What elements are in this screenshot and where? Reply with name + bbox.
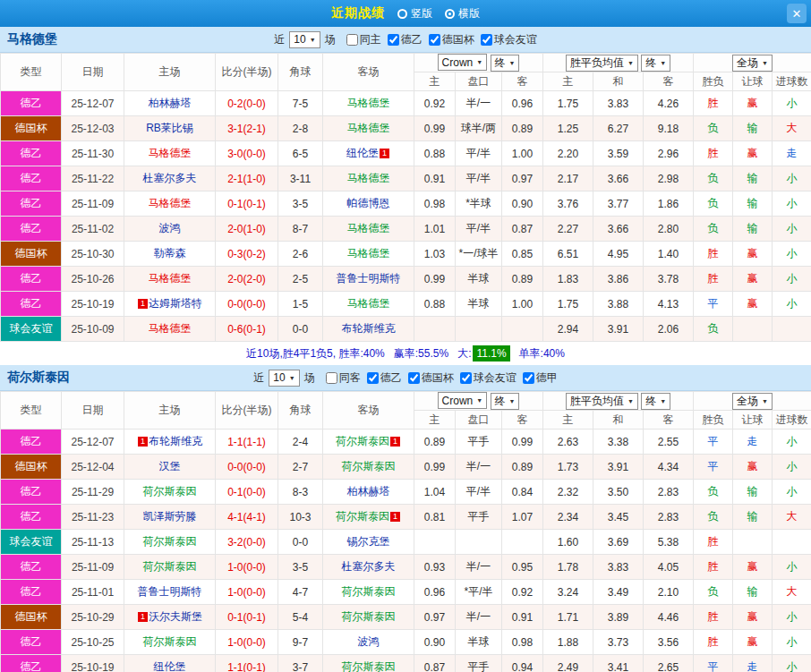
checkbox-input[interactable] <box>481 34 492 46</box>
away-team-cell: 杜塞尔多夫 <box>323 555 414 580</box>
asia-handicap: 平/半 <box>456 480 502 505</box>
close-icon[interactable]: ✕ <box>787 4 807 23</box>
team-name-link[interactable]: 马格德堡 <box>347 247 390 259</box>
match-row: 德乙25-10-19纽伦堡1-1(0-1)3-7荷尔斯泰因0.87平手0.942… <box>1 655 811 672</box>
checkbox-input[interactable] <box>346 34 358 46</box>
team-name-link[interactable]: 荷尔斯泰因 <box>342 585 396 598</box>
match-date: 25-10-30 <box>62 242 124 267</box>
col-header-score: 比分(半场) <box>216 54 278 91</box>
recent-count-select[interactable]: 10▼ <box>269 370 299 387</box>
filter-checkbox-德甲[interactable]: 德甲 <box>523 370 558 386</box>
checkbox-input[interactable] <box>429 34 440 46</box>
team-name-link[interactable]: 马格德堡 <box>347 122 390 134</box>
layout-radio-vertical[interactable]: 竖版 <box>397 6 432 21</box>
team-name-link[interactable]: RB莱比锡 <box>146 122 193 134</box>
home-team-cell: 勒蒂森 <box>124 242 216 267</box>
bookmaker-select[interactable]: Crown▼ <box>438 54 488 71</box>
filter-checkbox-德乙[interactable]: 德乙 <box>367 370 402 386</box>
team-name-link[interactable]: 杜塞尔多夫 <box>342 560 396 573</box>
team-name-link[interactable]: 布轮斯维克 <box>342 322 396 335</box>
handicap-flag: 赢 <box>733 455 773 480</box>
europe-draw-odds: 3.50 <box>593 480 644 505</box>
filter-checkbox-球会友谊[interactable]: 球会友谊 <box>460 370 516 386</box>
home-team-cell: 马格德堡 <box>124 317 216 342</box>
europe-draw-odds: 3.41 <box>593 655 644 672</box>
checkbox-input[interactable] <box>523 372 534 384</box>
competition-badge: 德乙 <box>1 480 62 505</box>
team-name-link[interactable]: 马格德堡 <box>149 272 192 285</box>
team-name-link[interactable]: 波鸿 <box>358 635 380 648</box>
team-name-link[interactable]: 荷尔斯泰因 <box>342 660 396 672</box>
team-name-link[interactable]: 马格德堡 <box>347 297 390 310</box>
result-flag: 负 <box>694 317 733 342</box>
team-name-link[interactable]: 马格德堡 <box>149 147 192 159</box>
team-name-link[interactable]: 布轮斯维克 <box>149 435 202 447</box>
europe-away-odds: 2.55 <box>644 430 694 455</box>
team-name-link[interactable]: 汉堡 <box>159 460 181 472</box>
team-name-link[interactable]: 达姆斯塔特 <box>149 297 202 310</box>
asia-away-odds: 0.90 <box>502 191 543 217</box>
filter-checkbox-德乙[interactable]: 德乙 <box>388 32 423 47</box>
col-header-result: 胜负 <box>694 411 733 430</box>
team-name-link[interactable]: 马格德堡 <box>149 197 192 209</box>
competition-badge: 德乙 <box>1 267 62 292</box>
bookmaker-select[interactable]: Crown▼ <box>438 392 488 409</box>
team-name-link[interactable]: 帕德博恩 <box>347 197 390 209</box>
filter-checkbox-德国杯[interactable]: 德国杯 <box>408 370 454 386</box>
team-name-link[interactable]: 凯泽斯劳滕 <box>143 510 197 523</box>
scope-select[interactable]: 全场▼ <box>732 393 773 410</box>
checkbox-input[interactable] <box>367 372 379 384</box>
filter-checkbox-同客[interactable]: 同客 <box>326 370 361 386</box>
europe-stage-select[interactable]: 终▼ <box>641 393 670 410</box>
europe-stage-select[interactable]: 终▼ <box>641 55 670 72</box>
checkbox-input[interactable] <box>460 372 472 384</box>
team-name-link[interactable]: 普鲁士明斯特 <box>337 272 401 285</box>
team-name-link[interactable]: 荷尔斯泰因 <box>143 535 197 548</box>
team-name-link[interactable]: 普鲁士明斯特 <box>138 585 202 598</box>
match-row: 德乙25-10-25荷尔斯泰因1-0(0-0)9-7波鸿0.90半球0.981.… <box>1 630 811 655</box>
team-name-link[interactable]: 荷尔斯泰因 <box>143 485 197 498</box>
corner-count: 2-8 <box>278 116 323 141</box>
team-name-link[interactable]: 荷尔斯泰因 <box>342 460 396 472</box>
checkbox-input[interactable] <box>388 34 399 46</box>
europe-source-select[interactable]: 胜平负均值▼ <box>566 393 638 410</box>
filter-checkbox-德国杯[interactable]: 德国杯 <box>429 32 474 47</box>
competition-badge: 德国杯 <box>1 116 62 141</box>
team-name-link[interactable]: 柏林赫塔 <box>149 97 192 109</box>
scope-select[interactable]: 全场▼ <box>732 55 773 72</box>
team-name-link[interactable]: 沃尔夫斯堡 <box>149 610 202 623</box>
europe-source-select[interactable]: 胜平负均值▼ <box>566 55 638 72</box>
checkbox-input[interactable] <box>408 372 420 384</box>
filter-checkbox-同主[interactable]: 同主 <box>346 32 381 47</box>
team-name-link[interactable]: 勒蒂森 <box>154 247 186 259</box>
filter-checkbox-球会友谊[interactable]: 球会友谊 <box>481 32 537 47</box>
team-name-link[interactable]: 杜塞尔多夫 <box>143 172 197 184</box>
team-name-link[interactable]: 荷尔斯泰因 <box>143 560 197 573</box>
team-name-link[interactable]: 柏林赫塔 <box>347 485 390 498</box>
match-score: 0-6(0-1) <box>216 317 278 342</box>
chevron-down-icon: ▼ <box>476 397 482 404</box>
recent-count-select[interactable]: 10▼ <box>289 31 320 48</box>
team-name-link[interactable]: 荷尔斯泰因 <box>336 435 389 447</box>
asia-stage-select[interactable]: 终▼ <box>491 55 520 72</box>
asia-stage-select[interactable]: 终▼ <box>491 393 520 410</box>
match-score: 0-0(0-0) <box>216 292 278 317</box>
team-name-link[interactable]: 马格德堡 <box>149 322 192 335</box>
team-name-link[interactable]: 荷尔斯泰因 <box>342 610 396 623</box>
team-name-link[interactable]: 荷尔斯泰因 <box>143 635 197 648</box>
checkbox-input[interactable] <box>326 372 337 384</box>
team-name-link[interactable]: 马格德堡 <box>347 172 390 184</box>
competition-badge: 德乙 <box>1 555 62 580</box>
team-name-link[interactable]: 纽伦堡 <box>154 660 186 672</box>
handicap-flag: 输 <box>733 217 773 242</box>
team-name-link[interactable]: 荷尔斯泰因 <box>336 510 389 523</box>
away-team-cell: 荷尔斯泰因 <box>323 580 414 605</box>
team-name-link[interactable]: 马格德堡 <box>347 97 390 109</box>
team-name-link[interactable]: 锡尔克堡 <box>347 535 390 548</box>
team-name-link[interactable]: 波鸿 <box>159 222 181 234</box>
layout-radio-horizontal[interactable]: 横版 <box>445 6 480 21</box>
team-name-link[interactable]: 纽伦堡 <box>346 147 379 159</box>
team-name-link[interactable]: 马格德堡 <box>347 222 390 234</box>
checkbox-label: 德国杯 <box>442 32 474 47</box>
home-team-cell: RB莱比锡 <box>124 116 216 141</box>
